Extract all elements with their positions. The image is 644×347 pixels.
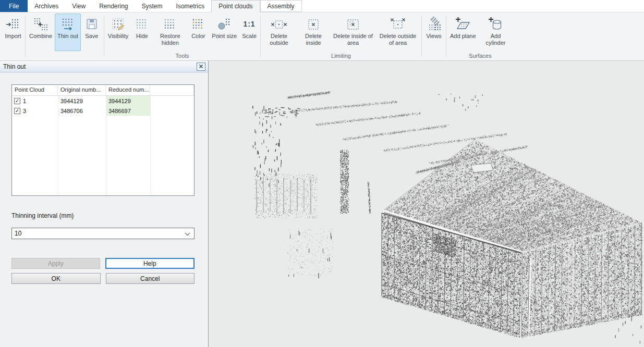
thinning-interval-select[interactable]: 10 xyxy=(11,228,195,239)
visibility-icon xyxy=(110,16,127,32)
ribbon-button-label: Color xyxy=(191,33,205,40)
ribbon-button-label: Thin out xyxy=(57,33,78,40)
ribbon-button-label: Add cylinder xyxy=(481,33,511,46)
add-cylinder-icon xyxy=(488,16,504,32)
row-checkbox[interactable]: ✓ xyxy=(14,108,20,114)
ribbon-button-label: Delete outside xyxy=(264,33,294,46)
group-separator xyxy=(446,16,446,57)
ribbon-tab-rendering[interactable]: Rendering xyxy=(92,0,135,12)
column-header-original-number[interactable]: Original numb... xyxy=(58,85,106,95)
thin-out-dialog: Thin out Point Cloud Original numb... Re… xyxy=(0,61,209,347)
dialog-close-button[interactable] xyxy=(197,63,205,71)
original-number-cell: 3486706 xyxy=(58,108,106,114)
ribbon-button-add-plane[interactable]: Add plane xyxy=(447,14,479,51)
reduced-number-cell: 3944129 xyxy=(106,96,150,106)
point-size-icon xyxy=(216,16,233,32)
ribbon-button-label: Scale xyxy=(242,33,257,40)
ribbon-button-label: Save xyxy=(85,33,98,40)
close-icon xyxy=(199,64,203,69)
ribbon-toolbar: ImportCombineThin outSaveVisibilityHideR… xyxy=(0,13,644,61)
combine-icon xyxy=(32,16,49,32)
ribbon-tab-file[interactable]: File xyxy=(0,0,28,12)
ribbon-group-label: Limiting xyxy=(262,52,420,60)
ribbon-button-label: Combine xyxy=(29,33,52,40)
ribbon-group-label: Surfaces xyxy=(447,52,513,60)
save-icon xyxy=(83,16,100,32)
point-cloud-name: 1 xyxy=(23,98,26,104)
column-header-reduced-number[interactable]: Reduced num... xyxy=(106,85,150,95)
row-checkbox[interactable]: ✓ xyxy=(14,98,20,104)
delete-inside-area-icon xyxy=(345,16,361,32)
group-separator xyxy=(421,16,422,57)
ribbon-button-label: Hide xyxy=(136,33,148,40)
ribbon-button-label: Import xyxy=(5,33,21,40)
ribbon-button-import[interactable]: Import xyxy=(2,14,24,51)
ribbon-tab-bar: FileArchivesViewRenderingSystemIsometric… xyxy=(0,0,644,13)
scale-1-1-icon: 1:1 xyxy=(243,16,255,32)
ribbon-group-label xyxy=(2,52,24,60)
thinning-interval-value: 10 xyxy=(15,230,21,237)
viewport-3d[interactable] xyxy=(209,61,644,347)
ribbon-button-views[interactable]: Views xyxy=(423,14,445,51)
table-header-row: Point Cloud Original numb... Reduced num… xyxy=(12,85,194,96)
ribbon-tab-view[interactable]: View xyxy=(65,0,92,12)
ribbon-tab-isometrics[interactable]: Isometrics xyxy=(169,0,212,12)
ribbon-button-delete-outside[interactable]: Delete outside xyxy=(262,14,296,51)
ribbon-button-delete-outside-of-area[interactable]: Delete outside of area xyxy=(375,14,420,51)
ribbon-group: CombineThin outSave xyxy=(27,14,103,60)
ribbon-tab-assembly[interactable]: Assembly xyxy=(260,0,302,12)
cancel-button[interactable]: Cancel xyxy=(106,273,195,284)
group-separator xyxy=(260,16,261,57)
color-icon xyxy=(190,16,206,32)
ok-button[interactable]: OK xyxy=(11,273,101,284)
ribbon-button-thin-out[interactable]: Thin out xyxy=(55,14,81,51)
add-plane-icon xyxy=(455,16,471,32)
ribbon-tab-system[interactable]: System xyxy=(135,0,169,12)
delete-outside-area-icon xyxy=(390,16,406,32)
views-icon xyxy=(426,16,442,32)
point-cloud-table-body: ✓139441293944129✓334867063486697 xyxy=(12,96,194,116)
ribbon-group-surfaces: Add planeAdd cylinderSurfaces xyxy=(447,14,513,60)
ribbon-tab-archives[interactable]: Archives xyxy=(28,0,65,12)
delete-inside-icon xyxy=(305,16,322,32)
dialog-title-bar[interactable]: Thin out xyxy=(0,61,208,72)
help-button[interactable]: Help xyxy=(105,258,195,269)
ribbon-button-delete-inside-of-area[interactable]: Delete inside of area xyxy=(331,14,375,51)
ribbon-group-limiting: Delete outsideDelete insideDelete inside… xyxy=(262,14,420,60)
ribbon-button-visibility[interactable]: Visibility xyxy=(105,14,131,51)
point-cloud-table: Point Cloud Original numb... Reduced num… xyxy=(11,84,195,196)
table-row[interactable]: ✓139441293944129 xyxy=(12,96,194,106)
ribbon-button-restore-hidden[interactable]: Restore hidden xyxy=(153,14,187,51)
original-number-cell: 3944129 xyxy=(58,98,106,104)
ribbon-button-scale[interactable]: 1:1Scale xyxy=(239,14,259,51)
apply-button[interactable]: Apply xyxy=(11,258,100,269)
thinning-interval-label: Thinning interval (mm) xyxy=(11,212,195,219)
ribbon-button-label: Views xyxy=(426,33,441,40)
ribbon-tab-point-clouds[interactable]: Point clouds xyxy=(211,0,260,13)
ribbon-group-label xyxy=(423,52,445,60)
ribbon-button-save[interactable]: Save xyxy=(81,14,103,51)
ribbon-button-label: Restore hidden xyxy=(155,33,185,46)
ribbon-group: Import xyxy=(2,14,24,60)
column-header-point-cloud[interactable]: Point Cloud xyxy=(12,85,58,95)
table-row[interactable]: ✓334867063486697 xyxy=(12,106,194,116)
ribbon-button-point-size[interactable]: Point size xyxy=(209,14,239,51)
ribbon-button-combine[interactable]: Combine xyxy=(27,14,55,51)
ribbon-group: Views xyxy=(423,14,445,60)
ribbon-button-delete-inside[interactable]: Delete inside xyxy=(296,14,331,51)
ribbon-button-add-cylinder[interactable]: Add cylinder xyxy=(479,14,513,51)
thin-out-icon xyxy=(59,16,76,32)
hide-icon xyxy=(133,16,150,32)
column-divider xyxy=(58,96,58,195)
restore-hidden-icon xyxy=(162,16,178,32)
application-window: FileArchivesViewRenderingSystemIsometric… xyxy=(0,0,644,347)
ribbon-button-label: Delete outside of area xyxy=(378,33,418,46)
group-separator xyxy=(25,16,26,57)
point-cloud-name: 3 xyxy=(23,108,26,114)
dialog-body: Point Cloud Original numb... Reduced num… xyxy=(0,72,208,284)
dialog-title: Thin out xyxy=(3,63,26,70)
ribbon-button-color[interactable]: Color xyxy=(187,14,209,51)
column-header-filler xyxy=(150,85,194,95)
chevron-down-icon xyxy=(185,230,190,236)
ribbon-button-hide[interactable]: Hide xyxy=(131,14,153,51)
